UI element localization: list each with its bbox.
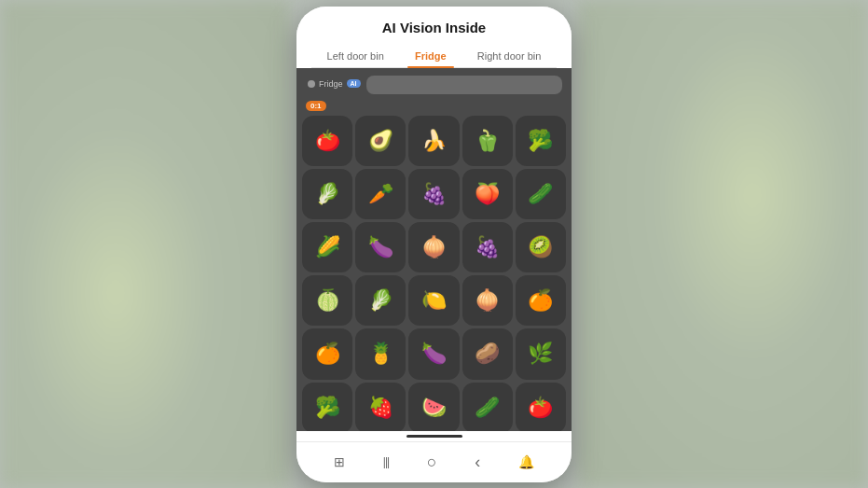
food-item-peach[interactable]: 🍑 (462, 169, 513, 219)
fridge-label-row: Fridge AI (306, 79, 361, 89)
home-indicator (406, 435, 462, 438)
food-item-onion-white[interactable]: 🧅 (408, 222, 459, 272)
tab-left-door-bin[interactable]: Left door bin (320, 45, 392, 67)
food-item-strawberry[interactable]: 🍓 (355, 383, 406, 431)
food-items-grid: 🍅 🥑 🍌 🫑 🥦 🥬 🥕 🍇 🍑 🥒 🌽 🍆 🧅 🍇 🥝 🍈 🥬 🍋 🧅 🍊 … (302, 116, 566, 431)
food-item-grapes[interactable]: 🍇 (462, 222, 513, 272)
bg-left (0, 0, 289, 488)
apps-icon[interactable]: ⊞ (334, 454, 345, 469)
food-item-pineapple[interactable]: 🍍 (355, 328, 406, 379)
food-item-red-pepper[interactable]: 🫑 (462, 116, 513, 166)
food-item-onion[interactable]: 🧅 (462, 275, 513, 326)
count-badge-row: 0:1 (302, 101, 566, 111)
food-item-orange[interactable]: 🍊 (302, 328, 352, 379)
bell-icon[interactable]: 🔔 (518, 454, 534, 469)
page-title: AI Vision Inside (311, 20, 557, 35)
bottom-bar: ⊞ ||| ○ ‹ 🔔 (296, 441, 572, 482)
food-item-tomato2[interactable]: 🍅 (516, 383, 566, 431)
food-item-carrot[interactable]: 🥕 (355, 169, 406, 219)
fridge-content: Fridge AI 0:1 🍅 🥑 🍌 🫑 🥦 🥬 🥕 🍇 🍑 🥒 🌽 🍆 🧅 … (296, 68, 572, 431)
food-item-kiwi[interactable]: 🥝 (516, 222, 566, 272)
food-item-broccoli2[interactable]: 🥦 (302, 383, 352, 431)
food-item-banana[interactable]: 🍌 (408, 116, 459, 166)
food-item-cabbage[interactable]: 🥬 (302, 169, 352, 219)
home-indicator-wrapper (296, 431, 572, 441)
tab-bar: Left door bin Fridge Right door bin (311, 45, 557, 68)
fridge-label: Fridge (319, 79, 343, 89)
food-item-avocado[interactable]: 🥑 (355, 116, 406, 166)
food-item-corn[interactable]: 🌽 (302, 222, 352, 272)
phone-frame: AI Vision Inside Left door bin Fridge Ri… (296, 7, 572, 482)
food-item-squash[interactable]: 🍋 (408, 275, 459, 326)
food-item-purple-onion[interactable]: 🍆 (408, 328, 459, 379)
food-item-orange-fruit[interactable]: 🍊 (516, 275, 566, 326)
ai-badge: AI (347, 79, 361, 88)
home-icon[interactable]: ○ (427, 453, 437, 472)
food-item-lettuce[interactable]: 🥬 (355, 275, 406, 326)
menu-icon[interactable]: ||| (383, 455, 389, 468)
food-item-scallion[interactable]: 🌿 (516, 328, 566, 379)
food-item-eggplant[interactable]: 🍆 (355, 222, 406, 272)
back-icon[interactable]: ‹ (475, 453, 480, 472)
fridge-dot (308, 80, 315, 88)
food-item-pomegranate[interactable]: 🍇 (408, 169, 459, 219)
fridge-top-bar: Fridge AI (302, 74, 566, 98)
search-bar[interactable] (366, 76, 562, 94)
tab-fridge[interactable]: Fridge (407, 45, 454, 67)
bg-right (579, 0, 868, 488)
food-item-tomato[interactable]: 🍅 (302, 116, 352, 166)
food-item-zucchini[interactable]: 🥒 (462, 383, 513, 431)
food-item-cucumber[interactable]: 🥒 (516, 169, 566, 219)
tab-right-door-bin[interactable]: Right door bin (470, 45, 549, 67)
food-item-watermelon[interactable]: 🍉 (408, 383, 459, 431)
food-item-potato[interactable]: 🥔 (462, 328, 513, 379)
food-item-melon[interactable]: 🍈 (302, 275, 352, 326)
phone-header: AI Vision Inside Left door bin Fridge Ri… (296, 7, 572, 68)
count-badge: 0:1 (306, 101, 326, 111)
food-item-broccoli[interactable]: 🥦 (516, 116, 566, 166)
